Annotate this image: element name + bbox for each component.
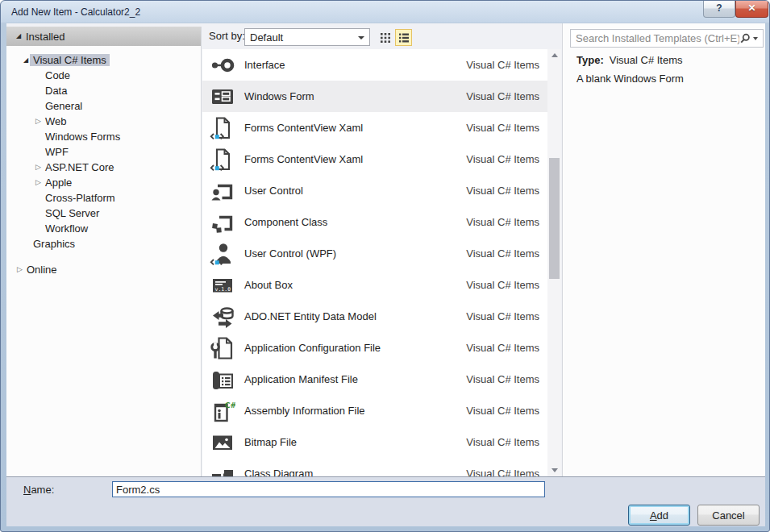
sidebar-item-label: Apple (45, 177, 72, 189)
list-scrollbar[interactable] (547, 49, 561, 476)
template-name: About Box (244, 279, 466, 291)
sidebar-item-label: Windows Forms (45, 131, 120, 143)
template-name: Windows Form (244, 90, 466, 102)
sidebar-item-label: Online (27, 264, 57, 276)
sort-by-value: Default (250, 31, 283, 44)
scrollbar-thumb[interactable] (549, 158, 560, 279)
sidebar-item-installed[interactable]: ◢ Installed (6, 27, 201, 46)
small-icons-view-button[interactable] (377, 29, 393, 46)
template-row-forms-contentview-xaml[interactable]: Forms ContentView XamlVisual C# Items (202, 143, 547, 175)
template-row-about-box[interactable]: About BoxVisual C# Items (202, 269, 547, 301)
sidebar-item-label: WPF (45, 146, 69, 158)
xaml-document-icon (210, 147, 235, 172)
sidebar-item-data[interactable]: Data (6, 83, 201, 98)
template-category: Visual C# Items (466, 310, 539, 322)
type-value: Visual C# Items (610, 54, 683, 66)
name-input[interactable] (112, 481, 545, 497)
dialog-footer: Name: Add Cancel (6, 476, 765, 526)
template-category: Visual C# Items (466, 122, 539, 134)
template-name: Forms ContentView Xaml (244, 153, 466, 165)
scroll-down-button[interactable] (547, 464, 561, 476)
sidebar-item-visual-c-items[interactable]: ◢Visual C# Items (6, 52, 201, 68)
template-row-class-diagram[interactable]: Class DiagramVisual C# Items (202, 458, 547, 476)
template-type-row: Type:Visual C# Items (576, 54, 683, 66)
template-name: ADO.NET Entity Data Model (244, 310, 466, 322)
template-name: Class Diagram (244, 468, 466, 476)
category-tree-panel: ◢ Installed ◢Visual C# ItemsCodeDataGene… (6, 27, 202, 476)
about-box-icon (210, 272, 235, 298)
sidebar-item-asp-net-core[interactable]: ▷ASP.NET Core (6, 160, 201, 175)
template-row-forms-contentview-xaml[interactable]: Forms ContentView XamlVisual C# Items (202, 112, 547, 143)
template-row-user-control-wpf[interactable]: User Control (WPF)Visual C# Items (202, 238, 547, 269)
triangle-down-icon (551, 468, 558, 472)
template-name: Forms ContentView Xaml (244, 122, 466, 134)
sidebar-item-general[interactable]: General (6, 98, 201, 114)
template-category: Visual C# Items (466, 247, 539, 260)
template-row-application-configuration-file[interactable]: Application Configuration FileVisual C# … (202, 332, 547, 364)
sidebar-item-sql-server[interactable]: SQL Server (6, 206, 201, 221)
dialog-content: ◢ Installed ◢Visual C# ItemsCodeDataGene… (6, 23, 765, 526)
cancel-button-label: Cancel (712, 509, 744, 522)
cancel-button[interactable]: Cancel (697, 505, 760, 526)
sidebar-item-wpf[interactable]: WPF (6, 144, 201, 160)
chevron-collapsed-icon[interactable]: ▷ (35, 118, 45, 125)
interface-icon (210, 52, 235, 78)
app-config-icon (210, 335, 235, 361)
chevron-collapsed-icon[interactable]: ▷ (17, 266, 27, 273)
xaml-document-icon (210, 115, 235, 141)
template-row-windows-form[interactable]: Windows FormVisual C# Items (202, 81, 547, 112)
list-view-icon (398, 32, 410, 44)
sidebar-item-label: Workflow (45, 222, 88, 235)
windows-form-icon (210, 84, 235, 110)
help-button[interactable]: ? (703, 1, 735, 18)
sidebar-item-label: Visual C# Items (30, 54, 110, 66)
triangle-up-icon (551, 53, 558, 57)
template-category: Visual C# Items (466, 153, 539, 165)
type-label: Type: (576, 54, 604, 66)
sidebar-item-label: Cross-Platform (45, 192, 115, 204)
sidebar-item-label: Graphics (33, 238, 75, 250)
template-row-assembly-information-file[interactable]: Assembly Information FileVisual C# Items (202, 395, 547, 426)
template-description: A blank Windows Form (576, 73, 684, 85)
template-name: Application Manifest File (244, 373, 466, 385)
add-button[interactable]: Add (628, 505, 690, 526)
sidebar-item-cross-platform[interactable]: Cross-Platform (6, 190, 201, 206)
chevron-collapsed-icon[interactable]: ▷ (35, 164, 45, 171)
close-button[interactable]: ✕ (735, 1, 768, 18)
search-placeholder: Search Installed Templates (Ctrl+E) (571, 32, 739, 44)
chevron-down-icon (358, 36, 364, 39)
search-input[interactable]: Search Installed Templates (Ctrl+E) (570, 29, 764, 48)
chevron-collapsed-icon[interactable]: ▷ (35, 179, 45, 186)
sidebar-item-label: ASP.NET Core (45, 161, 114, 173)
template-row-component-class[interactable]: Component ClassVisual C# Items (202, 206, 547, 238)
template-name: Interface (244, 59, 466, 71)
template-name: Application Configuration File (244, 342, 466, 354)
chevron-expanded-icon[interactable]: ◢ (16, 33, 26, 39)
sidebar-item-online[interactable]: ▷Online (6, 262, 201, 277)
sidebar-item-code[interactable]: Code (6, 68, 201, 83)
sidebar-item-workflow[interactable]: Workflow (6, 221, 201, 236)
template-row-bitmap-file[interactable]: Bitmap FileVisual C# Items (202, 426, 547, 458)
sidebar-item-windows-forms[interactable]: Windows Forms (6, 129, 201, 144)
template-row-interface[interactable]: InterfaceVisual C# Items (202, 49, 547, 81)
window-title: Add New Item - Calculator2_2 (11, 6, 140, 18)
template-category: Visual C# Items (466, 405, 539, 417)
chevron-down-icon[interactable] (753, 37, 758, 40)
template-list: InterfaceVisual C# ItemsWindows FormVisu… (202, 49, 547, 476)
sidebar-item-label: Data (45, 85, 67, 97)
sidebar-item-label: General (45, 100, 82, 112)
sort-by-dropdown[interactable]: Default (244, 28, 370, 46)
template-row-user-control[interactable]: User ControlVisual C# Items (202, 175, 547, 206)
template-category: Visual C# Items (466, 59, 539, 71)
scroll-up-button[interactable] (547, 49, 561, 61)
help-icon: ? (716, 2, 722, 14)
sidebar-item-apple[interactable]: ▷Apple (6, 175, 201, 190)
template-row-ado-net-entity-data-model[interactable]: ADO.NET Entity Data ModelVisual C# Items (202, 301, 547, 332)
user-control-icon (210, 178, 235, 204)
list-view-button[interactable] (395, 29, 412, 46)
template-name: Bitmap File (244, 436, 466, 448)
sidebar-item-web[interactable]: ▷Web (6, 114, 201, 129)
template-row-application-manifest-file[interactable]: Application Manifest FileVisual C# Items (202, 364, 547, 395)
sidebar-item-graphics[interactable]: Graphics (6, 236, 201, 251)
app-manifest-icon (210, 367, 235, 393)
